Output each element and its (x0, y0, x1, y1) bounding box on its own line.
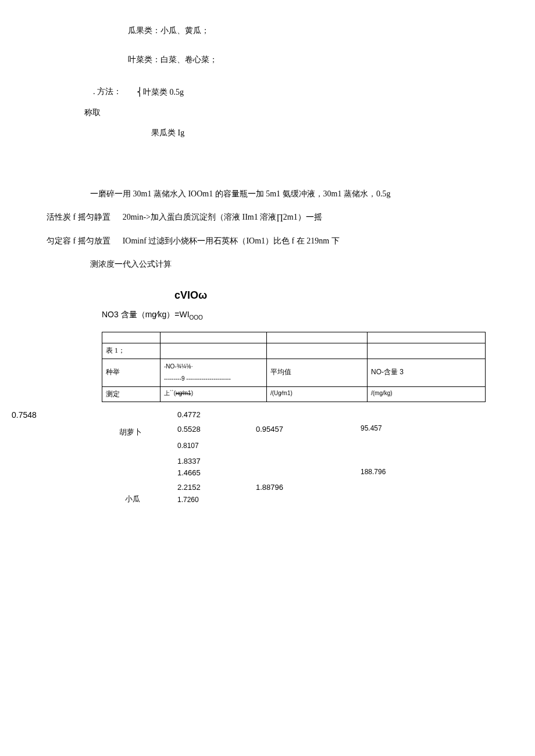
cell-unit-3: /(mg/kg) (368, 386, 486, 402)
no3-formula-sub: OOO (190, 314, 203, 321)
leaf-amount: ⎨叶菜类 0.5g (137, 85, 500, 99)
formula-cviow: cVΙOω (174, 286, 500, 304)
col-species: 种举 (102, 359, 160, 386)
table-row (102, 332, 486, 343)
sample-carrot: 胡萝卜 (119, 425, 142, 439)
col-no-content: NO-含量 3 (368, 359, 486, 386)
table-title-cell: 表 1； (102, 343, 160, 359)
reading: 0.4772 (177, 408, 201, 421)
content: 188.796 (361, 466, 386, 479)
reading: 1.7260 (177, 494, 199, 507)
side-value: 0.7548 (12, 408, 37, 422)
leaf-class-text: 叶菜类：白菜、卷心菜； (128, 52, 500, 67)
reading: 0.8107 (177, 440, 199, 453)
step-2: 活性炭 f 摇匀静置 20min->加入蛋白质沉淀剂（溶液 IIm1 溶液∏2m… (47, 210, 500, 224)
data-table-header: 表 1； 种举 -NO-¾¼⅛· ---------9 ------------… (102, 332, 486, 402)
step-1: 一磨碎一用 30m1 蒸储水入 IOOm1 的容量瓶一加 5m1 氨缓冲液，30… (90, 187, 500, 201)
melon-class-text: 瓜果类：小瓜、黄瓜； (128, 23, 500, 38)
table-row: 种举 -NO-¾¼⅛· ---------9 -----------------… (102, 359, 486, 386)
step-3: 匀定容 f 摇匀放置 IOminf 过滤到小烧杯一用石英杯（IOm1）比色 f … (47, 234, 500, 248)
cell-measure: 测定 (102, 386, 160, 402)
col-average: 平均值 (267, 359, 368, 386)
reading: 1.4665 (177, 466, 201, 479)
average: 0.95457 (256, 422, 283, 436)
cell-unit-1: 上``(нg∕m1) (160, 386, 267, 402)
no3-formula: NO3 含量（mg∕kg）=WIOOO (102, 307, 500, 323)
data-values-area: 0.7548 0.4772 胡萝卜 0.5528 0.95457 95.457 … (35, 408, 500, 553)
table-row: 测定 上``(нg∕m1) /(Ug∕m1) /(mg/kg) (102, 386, 486, 402)
col-no-header: -NO-¾¼⅛· ---------9 --------------------… (160, 359, 267, 386)
fruit-amount: 果瓜类 Ig (151, 126, 500, 140)
no3-formula-main: NO3 含量（mg∕kg）=WI (102, 310, 190, 319)
cell-unit-2: /(Ug∕m1) (267, 386, 368, 402)
step-4: 测浓度一代入公式计算 (90, 257, 500, 271)
reading: 2.2152 (177, 481, 201, 494)
table-row: 表 1； (102, 343, 486, 359)
weigh-label: 称取 (84, 105, 500, 120)
content: 95.457 (361, 422, 382, 435)
sample-melon: 小瓜 (125, 492, 140, 506)
formula-block: cVΙOω NO3 含量（mg∕kg）=WIOOO (35, 286, 500, 323)
average: 1.88796 (256, 481, 283, 494)
reading: 0.5528 (177, 422, 201, 436)
